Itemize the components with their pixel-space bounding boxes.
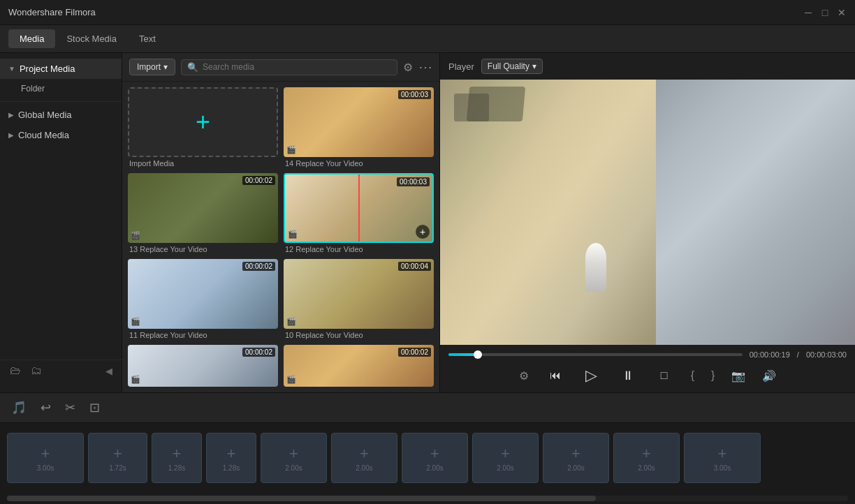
timeline-clip-2[interactable]: + 1.28s [152, 433, 202, 483]
add-clip-icon[interactable]: + [360, 445, 369, 463]
progress-fill [448, 353, 478, 356]
film-icon: 🎬 [131, 375, 140, 384]
arrow-icon: ▼ [8, 65, 15, 73]
add-clip-icon[interactable]: + [430, 445, 439, 463]
player-label: Player [448, 61, 474, 72]
add-to-timeline-icon[interactable]: + [416, 225, 430, 239]
timeline-scrollbar[interactable] [7, 496, 848, 501]
step-back-button[interactable]: ⏮ [546, 366, 565, 385]
sidebar-item-project-media[interactable]: ▼ Project Media [0, 59, 122, 79]
film-icon: 🎬 [131, 317, 140, 326]
play-button[interactable]: ▷ [582, 366, 601, 385]
bottom-toolbar: 🎵 ↩ ✂ ⊡ [0, 392, 855, 423]
undo-icon[interactable]: ↩ [41, 400, 51, 415]
more-options-icon[interactable]: ⋯ [418, 59, 432, 75]
add-clip-icon[interactable]: + [642, 445, 651, 463]
tab-media[interactable]: Media [8, 29, 55, 48]
fullscreen-button[interactable]: □ [655, 366, 674, 385]
filter-icon[interactable]: ⚙ [403, 61, 413, 74]
media-item-partial1[interactable]: 00:00:02 🎬 [128, 345, 278, 387]
media-item-label: 12 Replace Your Video [284, 245, 434, 253]
mark-in-icon[interactable]: { [691, 369, 694, 382]
timeline-clip-3[interactable]: + 1.28s [206, 433, 256, 483]
progress-track[interactable] [448, 353, 743, 356]
split-icon[interactable]: ⊡ [89, 400, 100, 415]
add-clip-icon[interactable]: + [113, 445, 122, 463]
thumb-11[interactable]: 00:00:02 🎬 [128, 259, 278, 329]
media-item-10[interactable]: 00:00:04 🎬 10 Replace Your Video [284, 259, 434, 339]
timeline-clip-4[interactable]: + 2.00s [261, 433, 327, 483]
audio-icon[interactable]: 🎵 [11, 400, 27, 415]
thumb-12[interactable]: 00:00:03 🎬 + [284, 173, 434, 243]
minimize-button[interactable]: ─ [803, 8, 813, 17]
thumb-13[interactable]: 00:00:02 🎬 [128, 173, 278, 243]
sidebar-item-global-media[interactable]: ▶ Global Media [0, 105, 122, 125]
progress-thumb[interactable] [474, 350, 482, 359]
media-item-label: Import Media [128, 159, 278, 168]
media-item-12[interactable]: 00:00:03 🎬 + 12 Replace Your Video [284, 173, 434, 253]
thumb-partial2[interactable]: 00:00:02 🎬 [284, 345, 434, 387]
import-media-item[interactable]: + Import Media [128, 87, 278, 168]
add-clip-icon[interactable]: + [227, 445, 236, 463]
add-clip-icon[interactable]: + [501, 445, 510, 463]
volume-icon[interactable]: 🔊 [762, 369, 776, 383]
arrow-icon: ▶ [8, 131, 14, 139]
clip-duration: 1.28s [168, 464, 185, 472]
search-input[interactable] [203, 62, 391, 72]
add-clip-icon[interactable]: + [571, 445, 580, 463]
maximize-button[interactable]: □ [820, 8, 830, 17]
timeline-tracks: + 3.00s + 1.72s + 1.28s + 1.28s + 2.00s … [0, 423, 855, 493]
timeline-clip-8[interactable]: + 2.00s [543, 433, 609, 483]
media-item-partial2[interactable]: 00:00:02 🎬 [284, 345, 434, 387]
timeline-clip-1[interactable]: + 1.72s [88, 433, 147, 483]
add-clip-icon[interactable]: + [289, 445, 298, 463]
snapshot-icon[interactable]: 📷 [731, 369, 745, 383]
video-preview [440, 80, 855, 345]
duration-badge: 00:00:02 [242, 262, 275, 271]
tab-text[interactable]: Text [128, 29, 167, 48]
add-clip-icon[interactable]: + [718, 445, 727, 463]
timeline-clip-0[interactable]: + 3.00s [7, 433, 84, 483]
timeline-clip-5[interactable]: + 2.00s [331, 433, 397, 483]
import-thumb[interactable]: + [128, 87, 278, 157]
add-clip-icon[interactable]: + [41, 445, 50, 463]
media-item-11[interactable]: 00:00:02 🎬 11 Replace Your Video [128, 259, 278, 339]
media-item-13[interactable]: 00:00:02 🎬 13 Replace Your Video [128, 173, 278, 253]
clip-duration: 3.00s [37, 464, 54, 472]
timeline-clip-7[interactable]: + 2.00s [472, 433, 539, 483]
video-split-frame [656, 80, 855, 345]
add-clip-icon[interactable]: + [173, 445, 182, 463]
tab-stock-media[interactable]: Stock Media [55, 29, 128, 48]
settings-icon[interactable]: ⚙ [519, 369, 529, 383]
media-panel: Import ▾ 🔍 ⚙ ⋯ + Import Media 00:00:03 [122, 53, 440, 392]
timeline-clip-6[interactable]: + 2.00s [402, 433, 468, 483]
timeline-clip-9[interactable]: + 2.00s [613, 433, 680, 483]
mark-out-icon[interactable]: } [711, 369, 715, 382]
media-item-label: 11 Replace Your Video [128, 331, 278, 339]
scroll-thumb[interactable] [7, 496, 596, 501]
import-button[interactable]: Import ▾ [129, 59, 175, 75]
timeline-clip-10[interactable]: + 3.00s [684, 433, 761, 483]
film-icon: 🎬 [131, 231, 140, 240]
duration-badge: 00:00:04 [398, 262, 431, 271]
thumb-partial1[interactable]: 00:00:02 🎬 [128, 345, 278, 387]
thumb-10[interactable]: 00:00:04 🎬 [284, 259, 434, 329]
close-button[interactable]: ✕ [837, 8, 847, 17]
quality-select[interactable]: Full Quality ▾ [481, 59, 543, 74]
player-header: Player Full Quality ▾ [440, 53, 855, 80]
collapse-icon[interactable]: ◀ [105, 366, 112, 376]
video-background [440, 80, 855, 345]
sidebar-item-folder[interactable]: Folder [0, 79, 122, 98]
media-item-label: 10 Replace Your Video [284, 331, 434, 339]
clip-duration: 3.00s [714, 464, 731, 472]
thumb-14[interactable]: 00:00:03 🎬 [284, 87, 434, 157]
new-folder-icon[interactable]: 🗂 [31, 364, 42, 377]
sidebar-item-cloud-media[interactable]: ▶ Cloud Media [0, 125, 122, 145]
search-bar[interactable]: 🔍 [181, 59, 397, 75]
pause-button[interactable]: ⏸ [618, 366, 638, 385]
add-folder-icon[interactable]: 🗁 [10, 364, 21, 377]
media-toolbar: Import ▾ 🔍 ⚙ ⋯ [122, 53, 439, 82]
clip-duration: 1.28s [223, 464, 240, 472]
cut-icon[interactable]: ✂ [65, 400, 75, 415]
media-item-14[interactable]: 00:00:03 🎬 14 Replace Your Video [284, 87, 434, 168]
